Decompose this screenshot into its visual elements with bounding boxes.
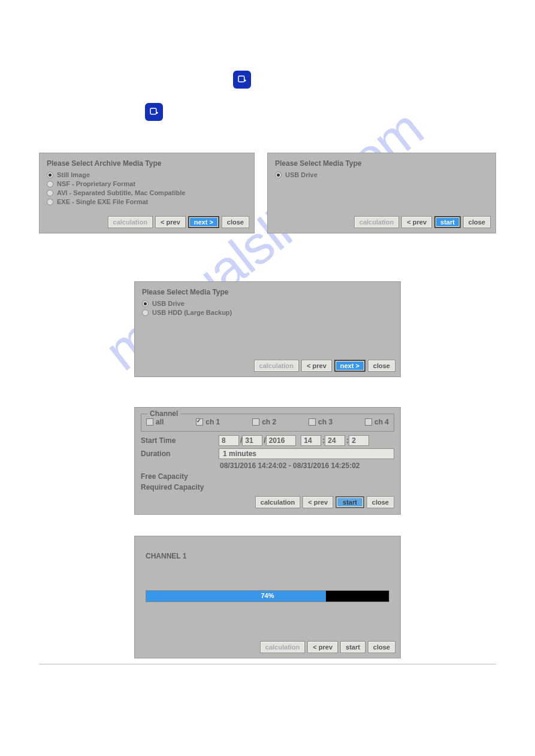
prev-button[interactable]: < prev: [307, 641, 338, 653]
media-type-dialog-hdd: Please Select Media Type USB Drive USB H…: [134, 281, 401, 377]
dialog-title: Please Select Media Type: [142, 288, 393, 296]
hour-spinner[interactable]: 14: [301, 435, 321, 446]
checkbox-ch4[interactable]: ch 4: [365, 418, 389, 426]
add-icon: [145, 103, 163, 121]
channel-legend: Channel: [147, 409, 180, 418]
duration-select[interactable]: 1 minutes: [219, 448, 394, 459]
second-spinner[interactable]: 2: [349, 435, 369, 446]
time-range: 08/31/2016 14:24:02 - 08/31/2016 14:25:0…: [220, 462, 394, 470]
channel-label: CHANNEL 1: [146, 552, 393, 560]
checkbox-ch3[interactable]: ch 3: [309, 418, 333, 426]
prev-button[interactable]: < prev: [155, 216, 186, 228]
channel-fieldset: Channel all ch 1 ch 2 ch 3 ch 4: [141, 414, 394, 432]
start-button[interactable]: start: [434, 216, 461, 228]
radio-still-image[interactable]: Still Image: [47, 171, 247, 178]
month-spinner[interactable]: 8: [219, 435, 239, 446]
prev-button[interactable]: < prev: [301, 360, 332, 372]
close-button[interactable]: close: [222, 216, 249, 228]
duration-label: Duration: [141, 450, 219, 458]
close-button[interactable]: close: [368, 360, 395, 372]
radio-usb-drive[interactable]: USB Drive: [275, 171, 488, 178]
radio-usb-drive[interactable]: USB Drive: [142, 300, 393, 307]
channel-time-dialog: Channel all ch 1 ch 2 ch 3 ch 4 Start Ti…: [134, 407, 401, 515]
add-icon: [233, 71, 251, 89]
radio-nsf[interactable]: NSF - Proprietary Format: [47, 180, 247, 187]
dialog-title: Please Select Archive Media Type: [47, 159, 247, 168]
checkbox-ch1[interactable]: ch 1: [196, 418, 220, 426]
checkbox-ch2[interactable]: ch 2: [252, 418, 276, 426]
radio-usb-hdd[interactable]: USB HDD (Large Backup): [142, 309, 393, 316]
page-divider: [39, 664, 496, 664]
svg-rect-3: [150, 108, 156, 114]
start-time-label: Start Time: [141, 436, 219, 445]
prev-button[interactable]: < prev: [401, 216, 432, 228]
svg-rect-0: [238, 76, 244, 82]
checkbox-all[interactable]: all: [146, 418, 164, 426]
year-spinner[interactable]: 2016: [266, 435, 296, 446]
progress-dialog: CHANNEL 1 74% calculation < prev start c…: [134, 536, 401, 658]
archive-media-type-dialog: Please Select Archive Media Type Still I…: [39, 153, 255, 233]
day-spinner[interactable]: 31: [242, 435, 262, 446]
prev-button[interactable]: < prev: [303, 496, 333, 508]
start-button[interactable]: start: [340, 641, 365, 653]
calculation-button[interactable]: calculation: [108, 216, 153, 228]
media-type-dialog-usb: Please Select Media Type USB Drive calcu…: [267, 153, 496, 233]
calculation-button[interactable]: calculation: [354, 216, 399, 228]
next-button[interactable]: next >: [188, 216, 219, 228]
start-button[interactable]: start: [335, 496, 364, 508]
minute-spinner[interactable]: 24: [325, 435, 345, 446]
dialog-title: Please Select Media Type: [275, 159, 488, 168]
calculation-button[interactable]: calculation: [255, 496, 300, 508]
progress-text: 74%: [146, 592, 389, 599]
calculation-button[interactable]: calculation: [254, 360, 299, 372]
required-capacity-label: Required Capacity: [141, 483, 237, 491]
radio-exe[interactable]: EXE - Single EXE File Format: [47, 198, 247, 205]
calculation-button[interactable]: calculation: [260, 641, 305, 653]
close-button[interactable]: close: [368, 641, 395, 653]
radio-avi[interactable]: AVI - Separated Subtitle, Mac Compatible: [47, 189, 247, 196]
next-button[interactable]: next >: [334, 360, 365, 372]
free-capacity-label: Free Capacity: [141, 472, 219, 481]
close-button[interactable]: close: [463, 216, 491, 228]
progress-bar: 74%: [146, 590, 389, 602]
close-button[interactable]: close: [367, 496, 394, 508]
